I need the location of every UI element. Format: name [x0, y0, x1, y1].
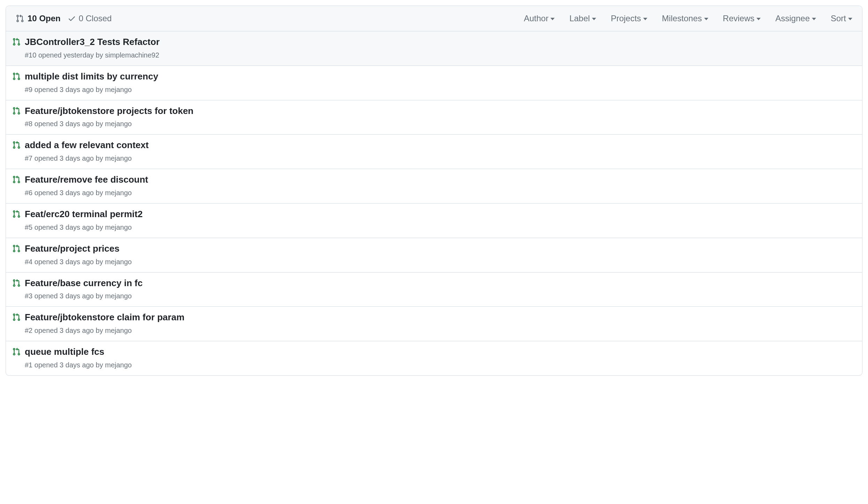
pull-request-row[interactable]: added a few relevant context#7 opened 3 …	[6, 135, 862, 169]
filter-assignee[interactable]: Assignee	[775, 14, 816, 23]
pr-number: #5	[25, 223, 32, 231]
pr-status-icon-wrap	[12, 36, 21, 47]
pr-title-link[interactable]: Feature/remove fee discount	[25, 174, 148, 185]
pr-content: Feature/jbtokenstore claim for param#2 o…	[25, 312, 856, 335]
filter-sort[interactable]: Sort	[831, 14, 852, 23]
filter-milestones[interactable]: Milestones	[662, 14, 708, 23]
pull-request-row[interactable]: multiple dist limits by currency#9 opene…	[6, 66, 862, 100]
pull-request-row[interactable]: Feat/erc20 terminal permit2#5 opened 3 d…	[6, 204, 862, 238]
pull-request-row[interactable]: Feature/base currency in fc#3 opened 3 d…	[6, 273, 862, 307]
pr-content: multiple dist limits by currency#9 opene…	[25, 71, 856, 94]
pr-author-link[interactable]: mejango	[105, 154, 132, 162]
pr-meta: #8 opened 3 days ago by mejango	[25, 119, 856, 129]
pr-number: #10	[25, 51, 36, 59]
filter-bar: Author Label Projects Milestones Reviews…	[524, 14, 852, 23]
pr-title-link[interactable]: added a few relevant context	[25, 140, 149, 150]
pr-content: queue multiple fcs#1 opened 3 days ago b…	[25, 346, 856, 370]
filter-projects[interactable]: Projects	[611, 14, 647, 23]
header-states: 10 Open 0 Closed	[16, 14, 112, 23]
pull-requests-panel: 10 Open 0 Closed Author Label Projects M…	[6, 6, 862, 376]
pr-title-link[interactable]: Feature/base currency in fc	[25, 278, 143, 288]
pr-number: #8	[25, 120, 32, 128]
pr-meta: #1 opened 3 days ago by mejango	[25, 360, 856, 370]
git-pull-request-open-icon	[12, 107, 21, 115]
pull-request-row[interactable]: JBController3_2 Tests Refactor#10 opened…	[6, 31, 862, 66]
pr-content: Feature/project prices#4 opened 3 days a…	[25, 243, 856, 267]
pr-title-link[interactable]: queue multiple fcs	[25, 346, 104, 357]
pr-content: Feature/base currency in fc#3 opened 3 d…	[25, 277, 856, 301]
pr-status-icon-wrap	[12, 139, 21, 151]
pr-status-icon-wrap	[12, 277, 21, 289]
pr-number: #6	[25, 189, 32, 197]
filter-author[interactable]: Author	[524, 14, 555, 23]
pr-meta: #2 opened 3 days ago by mejango	[25, 326, 856, 335]
pr-time: 3 days ago	[60, 292, 94, 300]
pr-time: yesterday	[63, 51, 94, 59]
pull-request-row[interactable]: Feature/project prices#4 opened 3 days a…	[6, 238, 862, 273]
pr-title-link[interactable]: Feature/jbtokenstore projects for token	[25, 106, 193, 116]
pr-content: Feat/erc20 terminal permit2#5 opened 3 d…	[25, 208, 856, 232]
git-pull-request-open-icon	[12, 72, 21, 81]
pull-request-row[interactable]: Feature/jbtokenstore claim for param#2 o…	[6, 307, 862, 341]
pr-status-icon-wrap	[12, 71, 21, 82]
git-pull-request-open-icon	[12, 313, 21, 321]
pr-status-icon-wrap	[12, 243, 21, 254]
pr-time: 3 days ago	[60, 223, 94, 231]
pr-time: 3 days ago	[60, 86, 94, 93]
pr-author-link[interactable]: mejango	[105, 361, 132, 369]
pr-number: #1	[25, 361, 32, 369]
pr-number: #4	[25, 258, 32, 266]
pr-author-link[interactable]: mejango	[105, 189, 132, 197]
pr-author-link[interactable]: mejango	[105, 327, 132, 334]
pr-time: 3 days ago	[60, 120, 94, 128]
pull-request-row[interactable]: Feature/jbtokenstore projects for token#…	[6, 100, 862, 135]
pr-time: 3 days ago	[60, 154, 94, 162]
pr-title-link[interactable]: multiple dist limits by currency	[25, 71, 158, 82]
pr-author-link[interactable]: simplemachine92	[105, 51, 159, 59]
pr-author-link[interactable]: mejango	[105, 292, 132, 300]
filter-reviews[interactable]: Reviews	[723, 14, 761, 23]
pr-meta: #5 opened 3 days ago by mejango	[25, 222, 856, 232]
pr-time: 3 days ago	[60, 361, 94, 369]
pr-author-link[interactable]: mejango	[105, 223, 132, 231]
pr-number: #2	[25, 327, 32, 334]
pr-author-link[interactable]: mejango	[105, 120, 132, 128]
caret-down-icon	[550, 18, 555, 20]
pull-request-list: JBController3_2 Tests Refactor#10 opened…	[6, 31, 862, 375]
pr-status-icon-wrap	[12, 208, 21, 220]
pr-meta: #3 opened 3 days ago by mejango	[25, 291, 856, 301]
caret-down-icon	[848, 18, 852, 20]
pr-content: Feature/remove fee discount#6 opened 3 d…	[25, 174, 856, 198]
pr-title-link[interactable]: Feature/project prices	[25, 243, 120, 254]
open-prs-link[interactable]: 10 Open	[16, 14, 61, 23]
caret-down-icon	[756, 18, 761, 20]
pr-status-icon-wrap	[12, 346, 21, 357]
pull-request-row[interactable]: queue multiple fcs#1 opened 3 days ago b…	[6, 341, 862, 375]
pr-title-link[interactable]: Feature/jbtokenstore claim for param	[25, 312, 184, 322]
list-header: 10 Open 0 Closed Author Label Projects M…	[6, 6, 862, 31]
caret-down-icon	[643, 18, 647, 20]
pr-content: added a few relevant context#7 opened 3 …	[25, 139, 856, 163]
pull-request-row[interactable]: Feature/remove fee discount#6 opened 3 d…	[6, 169, 862, 204]
pr-time: 3 days ago	[60, 189, 94, 197]
git-pull-request-open-icon	[12, 38, 21, 46]
check-icon	[68, 14, 76, 23]
pr-meta: #6 opened 3 days ago by mejango	[25, 188, 856, 198]
git-pull-request-open-icon	[12, 210, 21, 218]
git-pull-request-open-icon	[12, 279, 21, 287]
pr-meta: #4 opened 3 days ago by mejango	[25, 257, 856, 267]
pr-time: 3 days ago	[60, 258, 94, 266]
closed-count-text: 0 Closed	[79, 14, 112, 23]
pr-content: Feature/jbtokenstore projects for token#…	[25, 105, 856, 129]
closed-prs-link[interactable]: 0 Closed	[68, 14, 112, 23]
filter-label[interactable]: Label	[569, 14, 596, 23]
pr-author-link[interactable]: mejango	[105, 258, 132, 266]
pr-author-link[interactable]: mejango	[105, 86, 132, 93]
git-pull-request-icon	[16, 14, 24, 23]
pr-time: 3 days ago	[60, 327, 94, 334]
pr-title-link[interactable]: Feat/erc20 terminal permit2	[25, 209, 143, 219]
pr-number: #9	[25, 86, 32, 93]
pr-title-link[interactable]: JBController3_2 Tests Refactor	[25, 37, 160, 47]
pr-meta: #7 opened 3 days ago by mejango	[25, 153, 856, 163]
caret-down-icon	[592, 18, 596, 20]
